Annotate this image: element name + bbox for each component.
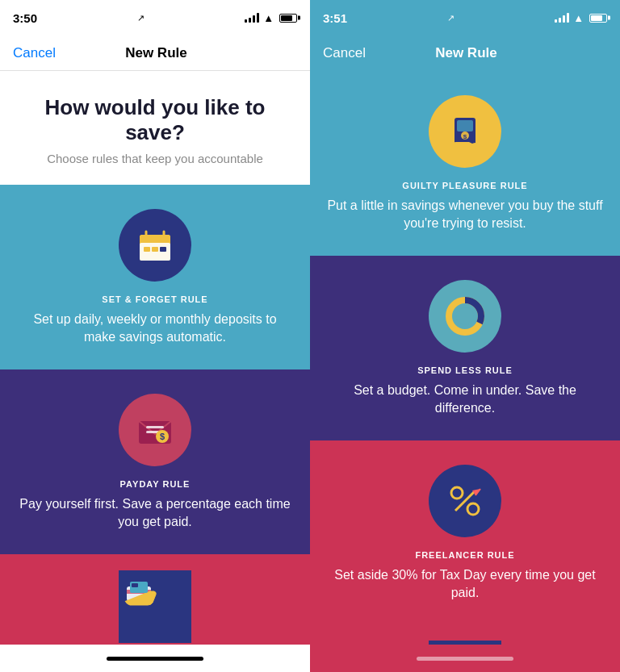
rule-card-set-forget[interactable]: SET & FORGET RULE Set up daily, weekly o…	[0, 185, 310, 369]
svg-rect-2	[140, 239, 170, 243]
hand-card-icon	[119, 570, 159, 611]
home-bar-1	[107, 657, 203, 661]
rule-icon-guilty: $	[429, 95, 501, 168]
cancel-button-1[interactable]: Cancel	[13, 45, 56, 61]
rule-card-spend[interactable]: SPEND LESS RULE Set a budget. Come in un…	[310, 256, 620, 440]
location-icon-2: ↗	[447, 13, 455, 23]
wifi-icon-1: ▲	[263, 12, 274, 24]
home-bar-2	[417, 657, 513, 661]
svg-point-26	[467, 503, 479, 515]
header-subtitle: Choose rules that keep you accountable	[16, 152, 294, 165]
status-time-2: 3:51	[323, 11, 347, 25]
rule-icon-freelancer	[429, 465, 501, 537]
rule-desc-spend: Set a budget. Come in under. Save the di…	[326, 382, 604, 418]
battery-icon-1	[279, 14, 297, 23]
phone-screen-1: 3:50 ↗ ▲ Cancel New Rule How would you l…	[0, 0, 310, 672]
svg-point-24	[456, 307, 474, 325]
rule-desc-guilty: Put a little in savings whenever you buy…	[326, 197, 604, 233]
svg-rect-6	[144, 247, 150, 252]
battery-icon-2	[589, 14, 607, 23]
rule-name-payday: PAYDAY RULE	[120, 479, 191, 489]
rule-desc-set-forget: Set up daily, weekly or monthly deposits…	[16, 311, 294, 347]
status-icons-1: ▲	[245, 12, 297, 24]
rule-name-spend: SPEND LESS RULE	[417, 365, 513, 375]
nav-bar-2: Cancel New Rule	[310, 35, 620, 71]
donut-icon	[445, 296, 485, 336]
rule-card-payday[interactable]: $ PAYDAY RULE Pay yourself first. Save a…	[0, 369, 310, 554]
header-question: How would you like to save?	[16, 95, 294, 145]
rule-desc-payday: Pay yourself first. Save a percentage ea…	[16, 495, 294, 532]
content-2: $ GUILTY PLEASURE RULE Put a little in s…	[310, 71, 620, 645]
status-icons-2: ▲	[555, 12, 607, 24]
percent-icon	[445, 481, 485, 521]
rule-card-partial[interactable]	[0, 554, 310, 645]
envelope-icon: $	[135, 410, 175, 450]
home-indicator-1	[0, 645, 310, 672]
signal-icon-1	[245, 13, 259, 23]
svg-rect-10	[146, 426, 164, 428]
svg-point-25	[451, 487, 463, 499]
svg-text:$: $	[463, 133, 467, 140]
rule-name-freelancer: FREELANCER RULE	[415, 550, 514, 560]
wifi-icon-2: ▲	[573, 12, 584, 24]
signal-icon-2	[555, 13, 569, 23]
cancel-button-2[interactable]: Cancel	[323, 45, 366, 61]
svg-rect-17	[132, 583, 138, 587]
status-time-1: 3:50	[13, 11, 37, 25]
hand-dollar-icon: $	[445, 111, 485, 152]
status-bar-2: 3:51 ↗ ▲	[310, 0, 620, 35]
rule-card-guilty[interactable]: $ GUILTY PLEASURE RULE Put a little in s…	[310, 71, 620, 256]
rule-name-guilty: GUILTY PLEASURE RULE	[402, 181, 527, 190]
rule-icon-spend	[429, 280, 501, 353]
svg-rect-19	[457, 120, 473, 131]
svg-rect-7	[152, 247, 158, 252]
content-1: How would you like to save? Choose rules…	[0, 71, 310, 645]
home-indicator-2	[310, 645, 620, 672]
calendar-icon	[135, 225, 175, 265]
status-bar-1: 3:50 ↗ ▲	[0, 0, 310, 35]
rule-icon-set-forget	[119, 209, 191, 282]
location-icon-1: ↗	[137, 13, 145, 23]
svg-text:$: $	[160, 432, 165, 441]
rule-name-set-forget: SET & FORGET RULE	[102, 294, 207, 304]
svg-line-27	[455, 491, 475, 511]
svg-rect-8	[160, 247, 166, 252]
nav-bar-1: Cancel New Rule	[0, 35, 310, 71]
page-title-2: New Rule	[435, 45, 497, 61]
rule-icon-partial	[119, 570, 191, 643]
rule-desc-freelancer: Set aside 30% for Tax Day every time you…	[326, 566, 604, 603]
page-title-1: New Rule	[125, 45, 187, 61]
rule-card-freelancer[interactable]: FREELANCER RULE Set aside 30% for Tax Da…	[310, 440, 620, 625]
phone-screen-2: 3:51 ↗ ▲ Cancel New Rule	[310, 0, 620, 672]
header-section: How would you like to save? Choose rules…	[0, 71, 310, 185]
rule-icon-payday: $	[119, 394, 191, 466]
rule-card-last-partial[interactable]	[310, 624, 620, 645]
